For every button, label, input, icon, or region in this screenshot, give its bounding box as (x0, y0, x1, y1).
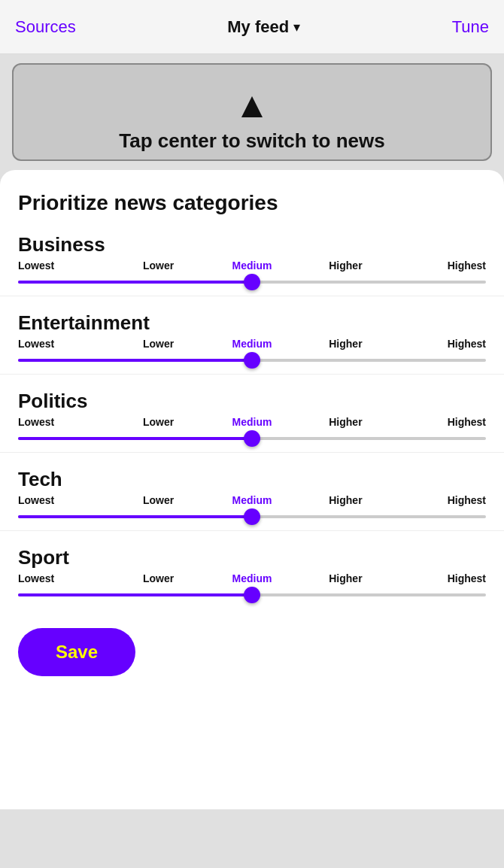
app-header: Sources My feed ▾ Tune (0, 0, 504, 54)
category-item: EntertainmentLowestLowerMediumHigherHigh… (18, 311, 486, 375)
slider-label: Highest (393, 338, 486, 350)
up-arrow-icon: ▲ (234, 87, 270, 123)
slider-track-fill (18, 593, 252, 596)
slider-label: Lowest (18, 416, 111, 428)
slider-label: Higher (299, 259, 392, 272)
slider-label: Higher (299, 338, 392, 350)
slider-label: Lowest (18, 572, 111, 584)
category-item: TechLowestLowerMediumHigherHighest (18, 468, 486, 531)
slider-thumb[interactable] (244, 274, 260, 290)
slider-label: Medium (205, 416, 299, 428)
slider-track[interactable] (18, 509, 486, 524)
slider-label: Medium (205, 572, 299, 584)
slider-label: Highest (393, 259, 486, 272)
slider-label: Higher (299, 416, 392, 428)
slider-labels: LowestLowerMediumHigherHighest (18, 416, 486, 428)
slider-label: Lower (111, 259, 205, 272)
slider-label: Lower (111, 572, 205, 584)
slider-track[interactable] (18, 587, 486, 602)
switch-to-news-card[interactable]: ▲ Tap center to switch to news (12, 63, 492, 161)
chevron-down-icon: ▾ (293, 19, 300, 35)
slider-label: Highest (393, 416, 486, 428)
category-item: SportLowestLowerMediumHigherHighest (18, 546, 486, 602)
categories-list: BusinessLowestLowerMediumHigherHighestEn… (18, 233, 486, 602)
slider-label: Higher (299, 572, 392, 584)
slider-track-fill (18, 437, 252, 440)
category-divider (0, 530, 504, 531)
slider-label: Lower (111, 494, 205, 506)
slider-track-fill (18, 281, 252, 284)
category-name: Business (18, 233, 486, 256)
slider-track-fill (18, 359, 252, 362)
modal-title: Prioritize news categories (18, 191, 486, 215)
switch-to-news-text: Tap center to switch to news (119, 129, 384, 153)
slider-label: Lower (111, 338, 205, 350)
category-name: Politics (18, 390, 486, 413)
slider-thumb[interactable] (244, 430, 260, 447)
slider-labels: LowestLowerMediumHigherHighest (18, 572, 486, 584)
slider-label: Lowest (18, 338, 111, 350)
category-name: Tech (18, 468, 486, 491)
slider-thumb[interactable] (244, 587, 260, 603)
category-divider (0, 374, 504, 375)
slider-label: Lower (111, 416, 205, 428)
sources-link[interactable]: Sources (15, 17, 76, 37)
feed-selector[interactable]: My feed ▾ (227, 17, 300, 37)
category-name: Entertainment (18, 311, 486, 335)
slider-labels: LowestLowerMediumHigherHighest (18, 338, 486, 350)
category-item: PoliticsLowestLowerMediumHigherHighest (18, 390, 486, 453)
slider-track[interactable] (18, 275, 486, 290)
slider-label: Medium (205, 338, 299, 350)
slider-thumb[interactable] (244, 508, 260, 525)
slider-label: Lowest (18, 259, 111, 272)
prioritize-modal: Prioritize news categories BusinessLowes… (0, 170, 504, 809)
slider-label: Medium (205, 494, 299, 506)
tune-button[interactable]: Tune (452, 17, 489, 37)
slider-label: Lowest (18, 494, 111, 506)
slider-track-fill (18, 515, 252, 518)
category-divider (0, 452, 504, 453)
slider-thumb[interactable] (244, 352, 260, 369)
slider-labels: LowestLowerMediumHigherHighest (18, 494, 486, 506)
slider-label: Highest (393, 572, 486, 584)
category-divider (0, 296, 504, 296)
slider-label: Medium (205, 259, 299, 272)
category-item: BusinessLowestLowerMediumHigherHighest (18, 233, 486, 296)
save-button[interactable]: Save (18, 628, 135, 676)
slider-label: Higher (299, 494, 392, 506)
feed-title: My feed (227, 17, 289, 37)
slider-label: Highest (393, 494, 486, 506)
slider-labels: LowestLowerMediumHigherHighest (18, 259, 486, 272)
slider-track[interactable] (18, 353, 486, 368)
category-name: Sport (18, 546, 486, 569)
slider-track[interactable] (18, 431, 486, 446)
